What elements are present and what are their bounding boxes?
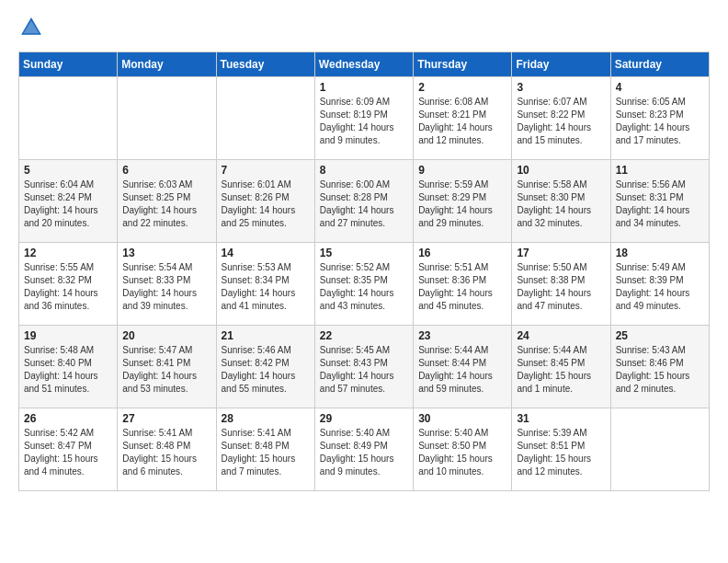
day-info: Sunrise: 5:39 AM Sunset: 8:51 PM Dayligh… (517, 427, 605, 478)
calendar-cell: 26Sunrise: 5:42 AM Sunset: 8:47 PM Dayli… (19, 408, 118, 491)
calendar-cell: 2Sunrise: 6:08 AM Sunset: 8:21 PM Daylig… (414, 77, 512, 160)
calendar-week: 5Sunrise: 6:04 AM Sunset: 8:24 PM Daylig… (19, 160, 710, 243)
day-info: Sunrise: 5:40 AM Sunset: 8:50 PM Dayligh… (418, 427, 506, 478)
day-number: 21 (222, 329, 310, 342)
day-info: Sunrise: 5:51 AM Sunset: 8:36 PM Dayligh… (418, 261, 506, 313)
day-number: 2 (418, 81, 506, 94)
day-info: Sunrise: 5:41 AM Sunset: 8:48 PM Dayligh… (222, 427, 310, 478)
day-info: Sunrise: 5:44 AM Sunset: 8:44 PM Dayligh… (418, 344, 506, 396)
day-info: Sunrise: 6:04 AM Sunset: 8:24 PM Dayligh… (24, 178, 112, 230)
calendar-cell: 25Sunrise: 5:43 AM Sunset: 8:46 PM Dayli… (610, 326, 709, 408)
calendar-cell: 15Sunrise: 5:52 AM Sunset: 8:35 PM Dayli… (314, 243, 413, 326)
calendar-cell: 30Sunrise: 5:40 AM Sunset: 8:50 PM Dayli… (414, 408, 512, 491)
page-header (18, 15, 710, 40)
day-number: 22 (320, 329, 408, 342)
day-info: Sunrise: 5:55 AM Sunset: 8:32 PM Dayligh… (24, 261, 112, 313)
calendar-cell: 1Sunrise: 6:09 AM Sunset: 8:19 PM Daylig… (314, 77, 413, 160)
day-info: Sunrise: 5:49 AM Sunset: 8:39 PM Dayligh… (616, 261, 704, 313)
logo (18, 15, 48, 40)
day-number: 8 (320, 164, 408, 177)
calendar-week: 26Sunrise: 5:42 AM Sunset: 8:47 PM Dayli… (19, 408, 710, 491)
day-number: 16 (418, 247, 506, 259)
calendar-table: SundayMondayTuesdayWednesdayThursdayFrid… (18, 52, 710, 491)
calendar-body: 1Sunrise: 6:09 AM Sunset: 8:19 PM Daylig… (19, 77, 710, 491)
day-info: Sunrise: 5:40 AM Sunset: 8:49 PM Dayligh… (320, 427, 408, 478)
day-info: Sunrise: 5:46 AM Sunset: 8:42 PM Dayligh… (222, 344, 310, 396)
day-info: Sunrise: 5:52 AM Sunset: 8:35 PM Dayligh… (320, 261, 408, 313)
day-info: Sunrise: 5:48 AM Sunset: 8:40 PM Dayligh… (24, 344, 112, 396)
day-number: 25 (616, 329, 704, 342)
calendar-cell: 31Sunrise: 5:39 AM Sunset: 8:51 PM Dayli… (512, 408, 610, 491)
day-info: Sunrise: 5:56 AM Sunset: 8:31 PM Dayligh… (616, 178, 704, 230)
calendar-cell: 10Sunrise: 5:58 AM Sunset: 8:30 PM Dayli… (512, 160, 610, 243)
day-number: 12 (24, 247, 112, 259)
calendar-cell: 21Sunrise: 5:46 AM Sunset: 8:42 PM Dayli… (216, 326, 314, 408)
calendar-cell (216, 77, 314, 160)
calendar-week: 12Sunrise: 5:55 AM Sunset: 8:32 PM Dayli… (19, 243, 710, 326)
calendar-cell: 19Sunrise: 5:48 AM Sunset: 8:40 PM Dayli… (19, 326, 118, 408)
calendar-cell (19, 77, 118, 160)
calendar-cell: 18Sunrise: 5:49 AM Sunset: 8:39 PM Dayli… (610, 243, 709, 326)
day-number: 31 (517, 412, 605, 425)
calendar-cell: 6Sunrise: 6:03 AM Sunset: 8:25 PM Daylig… (118, 160, 216, 243)
day-info: Sunrise: 5:41 AM Sunset: 8:48 PM Dayligh… (122, 427, 210, 478)
calendar-cell: 13Sunrise: 5:54 AM Sunset: 8:33 PM Dayli… (118, 243, 216, 326)
day-number: 11 (616, 164, 704, 177)
calendar-cell: 7Sunrise: 6:01 AM Sunset: 8:26 PM Daylig… (216, 160, 314, 243)
day-info: Sunrise: 6:01 AM Sunset: 8:26 PM Dayligh… (222, 178, 310, 230)
day-info: Sunrise: 6:08 AM Sunset: 8:21 PM Dayligh… (418, 96, 506, 147)
day-number: 14 (222, 247, 310, 259)
day-number: 24 (517, 329, 605, 342)
day-number: 13 (122, 247, 210, 259)
day-info: Sunrise: 5:58 AM Sunset: 8:30 PM Dayligh… (517, 178, 605, 230)
day-info: Sunrise: 6:00 AM Sunset: 8:28 PM Dayligh… (320, 178, 408, 230)
calendar-cell: 29Sunrise: 5:40 AM Sunset: 8:49 PM Dayli… (314, 408, 413, 491)
calendar-cell (118, 77, 216, 160)
day-number: 19 (24, 329, 112, 342)
calendar-week: 1Sunrise: 6:09 AM Sunset: 8:19 PM Daylig… (19, 77, 710, 160)
calendar-cell (610, 408, 709, 491)
day-header: Monday (118, 52, 216, 77)
day-number: 29 (320, 412, 408, 425)
calendar-cell: 16Sunrise: 5:51 AM Sunset: 8:36 PM Dayli… (414, 243, 512, 326)
calendar-cell: 14Sunrise: 5:53 AM Sunset: 8:34 PM Dayli… (216, 243, 314, 326)
day-number: 3 (517, 81, 605, 94)
calendar-cell: 4Sunrise: 6:05 AM Sunset: 8:23 PM Daylig… (610, 77, 709, 160)
day-header: Wednesday (314, 52, 413, 77)
day-info: Sunrise: 6:09 AM Sunset: 8:19 PM Dayligh… (320, 96, 408, 147)
day-number: 17 (517, 247, 605, 259)
day-header: Thursday (414, 52, 512, 77)
day-number: 26 (24, 412, 112, 425)
day-info: Sunrise: 5:44 AM Sunset: 8:45 PM Dayligh… (517, 344, 605, 396)
calendar-header: SundayMondayTuesdayWednesdayThursdayFrid… (19, 52, 710, 77)
calendar-cell: 23Sunrise: 5:44 AM Sunset: 8:44 PM Dayli… (414, 326, 512, 408)
day-number: 18 (616, 247, 704, 259)
day-info: Sunrise: 5:50 AM Sunset: 8:38 PM Dayligh… (517, 261, 605, 313)
day-number: 6 (122, 164, 210, 177)
day-number: 1 (320, 81, 408, 94)
calendar-cell: 20Sunrise: 5:47 AM Sunset: 8:41 PM Dayli… (118, 326, 216, 408)
day-number: 15 (320, 247, 408, 259)
calendar-cell: 17Sunrise: 5:50 AM Sunset: 8:38 PM Dayli… (512, 243, 610, 326)
calendar-cell: 8Sunrise: 6:00 AM Sunset: 8:28 PM Daylig… (314, 160, 413, 243)
calendar-cell: 11Sunrise: 5:56 AM Sunset: 8:31 PM Dayli… (610, 160, 709, 243)
svg-marker-1 (23, 20, 39, 33)
calendar-cell: 28Sunrise: 5:41 AM Sunset: 8:48 PM Dayli… (216, 408, 314, 491)
calendar-cell: 24Sunrise: 5:44 AM Sunset: 8:45 PM Dayli… (512, 326, 610, 408)
day-header: Tuesday (216, 52, 314, 77)
day-info: Sunrise: 5:42 AM Sunset: 8:47 PM Dayligh… (24, 427, 112, 478)
day-number: 28 (222, 412, 310, 425)
day-info: Sunrise: 6:03 AM Sunset: 8:25 PM Dayligh… (122, 178, 210, 230)
day-header: Friday (512, 52, 610, 77)
day-info: Sunrise: 6:05 AM Sunset: 8:23 PM Dayligh… (616, 96, 704, 147)
day-number: 30 (418, 412, 506, 425)
day-info: Sunrise: 5:47 AM Sunset: 8:41 PM Dayligh… (122, 344, 210, 396)
day-number: 20 (122, 329, 210, 342)
day-info: Sunrise: 5:45 AM Sunset: 8:43 PM Dayligh… (320, 344, 408, 396)
day-info: Sunrise: 5:53 AM Sunset: 8:34 PM Dayligh… (222, 261, 310, 313)
calendar-cell: 9Sunrise: 5:59 AM Sunset: 8:29 PM Daylig… (414, 160, 512, 243)
day-number: 9 (418, 164, 506, 177)
calendar-cell: 22Sunrise: 5:45 AM Sunset: 8:43 PM Dayli… (314, 326, 413, 408)
day-number: 7 (222, 164, 310, 177)
day-header: Saturday (610, 52, 709, 77)
